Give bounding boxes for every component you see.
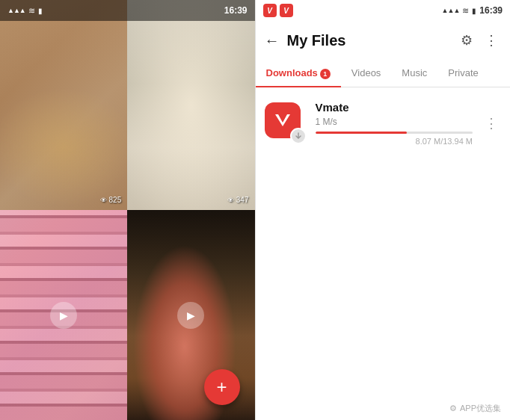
app-icon-container: [265, 102, 307, 144]
tab-private-label: Private: [448, 67, 478, 78]
vmate-icon-2: V: [280, 4, 293, 17]
tab-downloads-badge: 1: [320, 69, 331, 79]
watermark: ⚙ APP优选集: [256, 397, 511, 420]
file-size: 8.07 M/13.94 M: [316, 137, 473, 146]
video-cell-2[interactable]: 👁 347: [127, 0, 254, 210]
tabs-bar: Downloads1 Videos Music Private: [256, 60, 511, 87]
file-info: Vmate 1 M/s 8.07 M/13.94 M: [316, 101, 473, 146]
back-button[interactable]: ←: [265, 32, 280, 49]
plus-icon: +: [216, 377, 227, 398]
file-menu-button[interactable]: ⋮: [482, 112, 501, 135]
progress-bar-container: [316, 132, 473, 134]
time-left: 16:39: [224, 5, 248, 16]
time-right: 16:39: [479, 5, 503, 16]
header-actions: ⚙ ⋮: [458, 29, 501, 52]
view-count-2: 👁 347: [227, 196, 249, 204]
eye-icon-2: 👁: [227, 197, 234, 204]
tab-downloads-label: Downloads: [266, 67, 318, 78]
progress-bar-fill: [316, 132, 407, 134]
file-name: Vmate: [316, 101, 473, 114]
play-icon-4: ▶: [187, 309, 195, 321]
eye-icon-1: 👁: [100, 197, 107, 204]
settings-button[interactable]: ⚙: [458, 29, 476, 52]
tab-private[interactable]: Private: [437, 60, 488, 87]
watermark-icon: ⚙: [449, 404, 457, 413]
file-item-vmate[interactable]: Vmate 1 M/s 8.07 M/13.94 M ⋮: [256, 93, 511, 153]
signal-icon: ▲▲▲: [7, 7, 25, 14]
file-size-total: 13.94 M: [443, 137, 473, 146]
status-icons-right: ▲▲▲ ≋ ▮ 16:39: [442, 5, 503, 16]
tab-music-label: Music: [402, 67, 427, 78]
status-icons-left: ▲▲▲ ≋ ▮: [7, 6, 43, 16]
video-cell-3[interactable]: ▶: [0, 210, 127, 420]
tab-downloads[interactable]: Downloads1: [256, 60, 341, 87]
wifi-icon-right: ≋: [462, 6, 469, 16]
right-panel: V V ▲▲▲ ≋ ▮ 16:39 ← My Files ⚙ ⋮ Downloa…: [256, 0, 511, 420]
vmate-icon-1: V: [263, 4, 277, 17]
battery-icon: ▮: [38, 7, 43, 15]
page-title: My Files: [287, 32, 451, 49]
play-button-3[interactable]: ▶: [50, 302, 77, 329]
wifi-icon: ≋: [28, 6, 35, 16]
file-speed: 1 M/s: [316, 117, 473, 127]
left-panel: ▲▲▲ ≋ ▮ 16:39 👁 825 👁 347 ▶: [0, 0, 255, 420]
tab-videos-label: Videos: [351, 67, 381, 78]
video-cell-1[interactable]: 👁 825: [0, 0, 127, 210]
file-size-downloaded: 8.07 M: [416, 137, 441, 146]
play-button-4[interactable]: ▶: [177, 302, 204, 329]
app-header: ← My Files ⚙ ⋮: [256, 21, 511, 60]
vmate-logo-svg: [272, 110, 293, 131]
battery-icon-right: ▮: [472, 7, 476, 15]
status-bar-left: ▲▲▲ ≋ ▮ 16:39: [0, 0, 255, 21]
more-options-button[interactable]: ⋮: [482, 29, 501, 52]
fab-add-button[interactable]: +: [204, 369, 240, 405]
tab-videos[interactable]: Videos: [341, 60, 392, 87]
signal-icon-right: ▲▲▲: [442, 7, 460, 14]
tab-music[interactable]: Music: [391, 60, 437, 87]
status-bar-right: V V ▲▲▲ ≋ ▮ 16:39: [256, 0, 511, 21]
play-icon-3: ▶: [60, 309, 68, 321]
file-list: Vmate 1 M/s 8.07 M/13.94 M ⋮: [256, 87, 511, 397]
watermark-text: APP优选集: [460, 403, 501, 414]
video-grid: 👁 825 👁 347 ▶ ▶: [0, 0, 255, 420]
app-icon-download-overlay: [290, 128, 307, 144]
vmate-app-icons: V V: [263, 4, 293, 17]
view-count-1: 👁 825: [100, 196, 122, 204]
